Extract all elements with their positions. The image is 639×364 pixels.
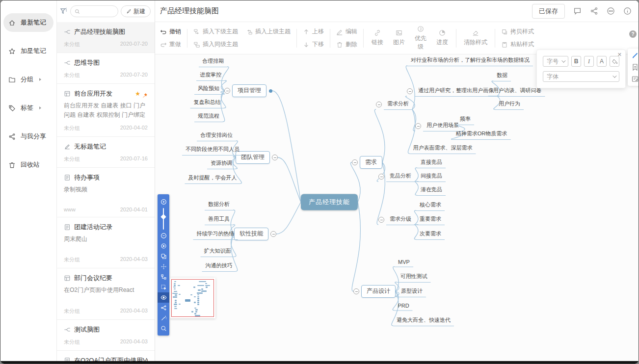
collapse-expander-icon[interactable] (415, 123, 421, 129)
locate-center-icon[interactable] (158, 241, 169, 251)
redo-button[interactable]: 重做 (160, 39, 181, 50)
note-list-item[interactable]: 团建活动记录周末爬山未分组2020-04-03 (57, 217, 155, 268)
move-up-button[interactable]: 上移 (303, 26, 324, 37)
sidebar-item-tags[interactable]: 标签 (3, 99, 53, 117)
note-list-item[interactable]: 前台应用开发★前台应用开发 自建表 接口 门户 问题 自建表 权限控制 门户绑定… (57, 84, 155, 137)
mindmap-node-pd4[interactable]: PRD (394, 302, 412, 311)
save-status-button[interactable]: 已保存 (532, 4, 565, 19)
mindmap-node-pm5[interactable]: 规范流程 (194, 111, 223, 122)
mindmap-node-ra4[interactable]: 用户表面需求、深层需求 (410, 143, 476, 154)
image-button[interactable]: 图片 (391, 29, 407, 47)
structure-icon[interactable] (158, 272, 169, 282)
style-pen-icon[interactable] (631, 52, 639, 59)
zoom-out-icon[interactable] (158, 231, 169, 241)
sidebar-item-starred[interactable]: 加星笔记 (3, 42, 53, 60)
mindmap-node-pm4[interactable]: 复盘和总结 (190, 98, 224, 108)
search-canvas-icon[interactable] (158, 323, 169, 334)
magic-wand-icon[interactable] (158, 313, 169, 323)
mindmap-node-pm2[interactable]: 进度掌控 (196, 70, 225, 81)
minimap[interactable] (170, 278, 215, 318)
mindmap-node-ra3b[interactable]: 精神需求OR物质需求 (453, 129, 511, 140)
undo-button[interactable]: 撤销 (160, 26, 181, 37)
mindmap-canvas[interactable]: 产品经理技能项目管理合理排期进度掌控风险预知复盘和总结规范流程团队管理合理安排岗… (155, 54, 639, 364)
mindmap-node-root[interactable]: 产品经理技能 (301, 194, 358, 210)
note-list-item[interactable]: 部门会议纪要在O2门户页面中使用React未分组2020-04-03 (57, 268, 155, 319)
copy-style-button[interactable]: 拷贝样式 (501, 26, 534, 37)
link-button[interactable]: 链接 (370, 29, 385, 47)
note-list-item[interactable]: 待办事项录制视频www2020-04-01 (57, 168, 155, 217)
mindmap-node-ss5[interactable]: 沟通的技巧 (202, 261, 236, 272)
mindmap-node-pd2[interactable]: 可用性测试 (397, 272, 431, 283)
insert-parent-button[interactable]: 插入上级主题 (246, 26, 291, 37)
mindmap-node-ca[interactable]: 竞品分析 (378, 171, 415, 182)
mindmap-node-ca2[interactable]: 间接竞品 (417, 171, 446, 182)
mindmap-node-tm3[interactable]: 资源协调 (207, 158, 236, 169)
new-note-button[interactable]: 新建 (121, 5, 151, 17)
note-list-item[interactable]: 无标题笔记未分组2020-07-16 (57, 137, 155, 168)
paste-style-button[interactable]: 粘贴样式 (501, 39, 534, 50)
move-down-button[interactable]: 下移 (303, 39, 324, 50)
collapse-expander-icon[interactable] (224, 88, 230, 94)
italic-button[interactable]: I (584, 56, 594, 67)
bookmark-star-icon[interactable] (631, 63, 639, 71)
mindmap-node-tm1[interactable]: 合理安排岗位 (197, 130, 236, 141)
font-color-button[interactable]: A (597, 56, 607, 67)
memo-note-icon[interactable] (631, 75, 639, 83)
edit-button[interactable]: 编辑 (336, 26, 357, 37)
mindmap-node-pd3[interactable]: 原型设计 (398, 286, 426, 297)
progress-button[interactable]: 进度 (434, 29, 450, 47)
comment-icon[interactable] (573, 7, 582, 15)
mindmap-node-ra[interactable]: 需求分析 (376, 99, 412, 110)
mindmap-node-pm3[interactable]: 风险预知 (194, 84, 223, 95)
collapse-expander-icon[interactable] (407, 88, 413, 94)
minimap-toggle-eye-icon[interactable] (158, 292, 169, 303)
mindmap-node-ca1[interactable]: 直接竞品 (417, 157, 446, 168)
zoom-slider[interactable] (158, 207, 169, 231)
mindmap-node-ra1[interactable]: 对行业和市场的分析，了解行业和市场的数据情况 (407, 55, 533, 66)
mindmap-node-ss4[interactable]: 扩大知识面 (201, 246, 235, 257)
bold-button[interactable]: B (571, 56, 581, 67)
font-size-select[interactable]: 字号 (543, 56, 568, 67)
note-list-item[interactable]: 思维导图未分组2020-07-20 (57, 53, 155, 84)
collapse-expander-icon[interactable] (272, 155, 278, 160)
pan-tool-icon[interactable] (158, 261, 169, 272)
more-icon[interactable] (607, 7, 615, 15)
clear-style-button[interactable]: 清除样式 (462, 29, 489, 47)
mindmap-node-pd5[interactable]: 避免大而全、快速迭代 (393, 315, 454, 326)
mindmap-node-ra2a[interactable]: 数据 (493, 71, 511, 81)
delete-button[interactable]: 删除 (336, 39, 357, 50)
mindmap-node-pd1[interactable]: MVP (395, 258, 413, 267)
collapse-expander-icon[interactable] (378, 217, 384, 223)
marquee-select-icon[interactable] (158, 282, 169, 292)
mindmap-node-pm1[interactable]: 合理排期 (199, 56, 227, 67)
mindmap-node-ss3[interactable]: 持续学习的热情 (193, 229, 238, 240)
font-family-select[interactable]: 字体 (543, 71, 619, 82)
mindmap-node-ra3a[interactable]: 频率 (456, 114, 474, 125)
help-button[interactable]: ? (629, 30, 637, 38)
collapse-expander-icon[interactable] (352, 159, 358, 165)
search-input[interactable] (82, 8, 114, 15)
mindmap-node-rl2[interactable]: 重要需求 (416, 214, 445, 225)
collapse-expander-icon[interactable] (270, 231, 276, 237)
filter-icon[interactable] (60, 7, 68, 15)
mindmap-node-rl3[interactable]: 次要需求 (416, 229, 445, 240)
mindmap-node-pd[interactable]: 产品设计 (353, 285, 396, 298)
info-icon[interactable] (623, 7, 632, 15)
theme-icon[interactable] (158, 251, 169, 261)
zoom-slider-handle[interactable] (160, 214, 166, 219)
close-icon[interactable]: ✕ (617, 52, 622, 58)
mindmap-node-rl1[interactable]: 核心需求 (416, 200, 445, 211)
mindmap-node-rl[interactable]: 需求分级 (378, 214, 415, 225)
note-list-item[interactable]: 测试脑图未分组2020-04-03 (57, 320, 155, 351)
mindmap-node-ra2[interactable]: 通过用户研究，整理出用户画像 (407, 86, 497, 97)
insert-sibling-button[interactable]: 插入同级主题 (193, 39, 238, 50)
sidebar-item-shared[interactable]: 与我分享 (3, 127, 53, 146)
zoom-in-icon[interactable] (158, 197, 169, 207)
sidebar-item-groups[interactable]: 分组 (3, 70, 53, 89)
mindmap-node-ss2[interactable]: 善用工具 (205, 214, 233, 225)
mindmap-node-req[interactable]: 需求 (352, 156, 382, 169)
mindmap-node-ca3[interactable]: 潜在竞品 (417, 185, 446, 196)
priority-button[interactable]: 优先级 (413, 26, 428, 51)
sidebar-item-latest[interactable]: 最新笔记 (3, 13, 53, 32)
relation-icon[interactable] (158, 303, 169, 313)
